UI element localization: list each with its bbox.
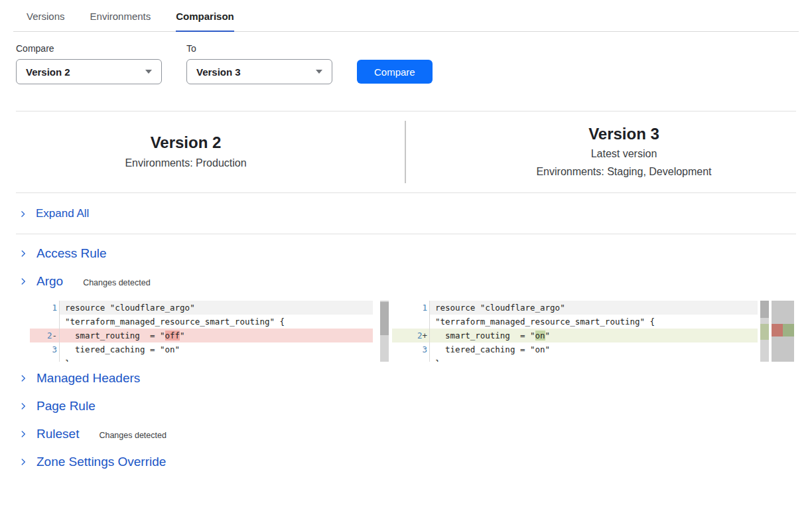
compare-version-select[interactable]: Version 2 bbox=[16, 59, 162, 84]
section-page-rule[interactable]: Page Rule bbox=[16, 392, 796, 420]
right-version-title: Version 3 bbox=[436, 123, 812, 145]
chevron-right-icon bbox=[19, 402, 28, 411]
added-marker bbox=[783, 324, 794, 336]
compare-label: Compare bbox=[16, 43, 162, 54]
version-headers: Version 2 Environments: Production Versi… bbox=[0, 112, 812, 192]
diff-line: 1 resource "cloudflare_argo" bbox=[30, 301, 373, 315]
resource-sections: Access Rule Argo Changes detected 1 reso… bbox=[0, 234, 812, 476]
tab-comparison[interactable]: Comparison bbox=[176, 11, 234, 32]
expand-all-button[interactable]: Expand All bbox=[16, 193, 796, 234]
changes-detected-badge: Changes detected bbox=[83, 278, 150, 287]
diff-pane-right: 1 resource "cloudflare_argo" "terraform_… bbox=[392, 301, 794, 362]
section-title: Ruleset bbox=[36, 427, 79, 441]
tab-environments[interactable]: Environments bbox=[90, 11, 151, 32]
changes-detected-badge: Changes detected bbox=[99, 431, 166, 440]
caret-down-icon bbox=[316, 70, 322, 74]
left-diff-scrollbar[interactable] bbox=[380, 301, 389, 362]
removed-marker bbox=[772, 324, 783, 336]
diff-line-removed: 2- smart_routing = "off" bbox=[30, 329, 373, 342]
section-argo[interactable]: Argo Changes detected bbox=[16, 267, 796, 295]
diff-line: } bbox=[30, 356, 373, 362]
scrollbar-thumb[interactable] bbox=[760, 301, 769, 318]
section-title: Access Rule bbox=[36, 246, 107, 261]
argo-diff-viewer: 1 resource "cloudflare_argo" "terraform_… bbox=[30, 301, 794, 362]
compare-version-value: Version 2 bbox=[26, 66, 70, 78]
section-title: Zone Settings Override bbox=[36, 455, 166, 469]
to-field: To Version 3 bbox=[186, 43, 332, 84]
left-version-environments: Environments: Production bbox=[0, 154, 372, 172]
section-zone-settings-override[interactable]: Zone Settings Override bbox=[16, 448, 796, 476]
scrollbar-thumb[interactable] bbox=[380, 302, 389, 335]
expand-all-label: Expand All bbox=[36, 207, 89, 220]
diff-line: 1 resource "cloudflare_argo" bbox=[392, 301, 758, 315]
right-version-subtitle: Latest version bbox=[436, 145, 812, 163]
diff-line: } bbox=[392, 356, 758, 362]
caret-down-icon bbox=[145, 70, 152, 74]
section-title: Argo bbox=[36, 274, 63, 289]
to-label: To bbox=[186, 43, 332, 54]
section-managed-headers[interactable]: Managed Headers bbox=[16, 364, 796, 392]
diff-line: 3 tiered_caching = "on" bbox=[30, 342, 373, 356]
left-version-title: Version 2 bbox=[0, 132, 372, 153]
right-version-environments: Environments: Staging, Development bbox=[436, 163, 812, 181]
tab-bar: Versions Environments Comparison bbox=[13, 0, 799, 32]
section-ruleset[interactable]: Ruleset Changes detected bbox=[16, 420, 796, 448]
chevron-right-icon bbox=[19, 210, 27, 218]
diff-code-left: 1 resource "cloudflare_argo" "terraform_… bbox=[30, 301, 373, 362]
section-title: Page Rule bbox=[36, 399, 96, 413]
overview-change-marker bbox=[772, 324, 794, 336]
compare-form: Compare Version 2 To Version 3 Compare bbox=[16, 43, 796, 84]
chevron-right-icon bbox=[19, 457, 28, 467]
chevron-right-icon bbox=[19, 374, 28, 383]
compare-field: Compare Version 2 bbox=[16, 43, 162, 84]
compare-button[interactable]: Compare bbox=[357, 60, 433, 84]
version-header-left: Version 2 Environments: Production bbox=[0, 112, 405, 192]
diff-line: "terraform_managed_resource_smart_routin… bbox=[30, 315, 373, 329]
chevron-right-icon bbox=[19, 429, 28, 439]
right-diff-scrollbar[interactable] bbox=[760, 301, 769, 362]
chevron-right-icon bbox=[19, 249, 28, 258]
diff-line: 3 tiered_caching = "on" bbox=[392, 342, 758, 356]
diff-code-right: 1 resource "cloudflare_argo" "terraform_… bbox=[392, 301, 758, 362]
tab-versions[interactable]: Versions bbox=[27, 11, 65, 32]
diff-line: "terraform_managed_resource_smart_routin… bbox=[392, 315, 758, 329]
diff-line-added: 2+ smart_routing = "on" bbox=[392, 329, 758, 342]
section-access-rule[interactable]: Access Rule bbox=[16, 240, 796, 267]
diff-pane-left: 1 resource "cloudflare_argo" "terraform_… bbox=[30, 301, 389, 362]
chevron-right-icon bbox=[19, 277, 28, 286]
scrollbar-change-highlight bbox=[760, 324, 769, 340]
version-header-right: Version 3 Latest version Environments: S… bbox=[406, 112, 812, 192]
to-version-select[interactable]: Version 3 bbox=[186, 59, 332, 84]
diff-overview-ruler[interactable] bbox=[772, 301, 794, 362]
section-title: Managed Headers bbox=[36, 371, 140, 386]
to-version-value: Version 3 bbox=[196, 66, 241, 78]
